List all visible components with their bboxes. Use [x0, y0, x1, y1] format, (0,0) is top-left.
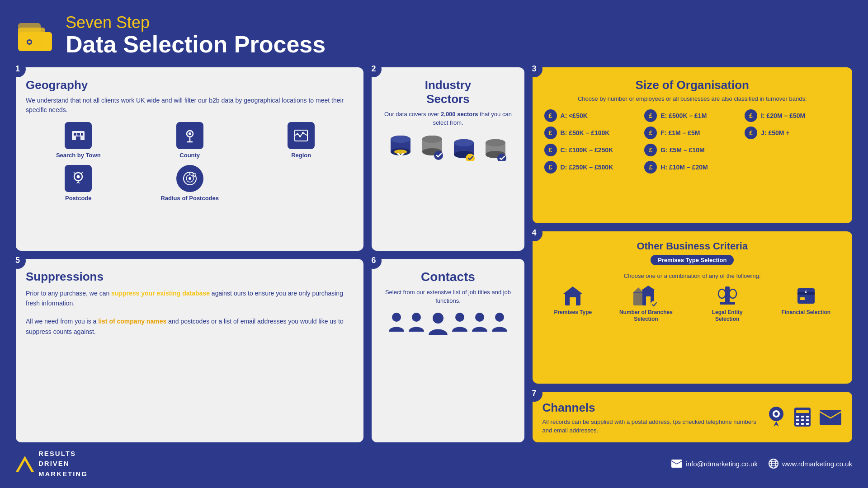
pound-j: £ — [745, 127, 757, 139]
industry-description: Our data covers over 2,000 sectors that … — [382, 110, 514, 127]
premises-badge: Premises Type Selection — [651, 255, 734, 265]
person-4 — [471, 312, 488, 333]
svg-point-14 — [297, 133, 298, 135]
svg-rect-75 — [801, 416, 804, 418]
col3: 3 Size of Organisation Choose by number … — [533, 67, 852, 442]
band-f-label: F: £1M – £5M — [660, 129, 700, 136]
suppressions-title: Suppressions — [26, 270, 354, 284]
svg-rect-55 — [633, 292, 643, 305]
svg-rect-82 — [806, 423, 809, 425]
step-1-badge: 1 — [9, 61, 26, 77]
svg-rect-7 — [77, 133, 80, 136]
criteria-legal: Legal Entity Selection — [700, 285, 755, 323]
band-j: £ J: £50M + — [745, 127, 840, 139]
suppressions-para1: Prior to any purchase, we can suppress y… — [26, 288, 354, 309]
contacts-title: Contacts — [382, 270, 514, 284]
database-icons — [382, 134, 514, 161]
footer-logo: RESULTSDRIVENMARKETING — [16, 449, 88, 479]
svg-point-30 — [394, 150, 407, 154]
town-icon — [65, 122, 92, 149]
region-icon — [288, 122, 315, 149]
svg-point-15 — [299, 136, 301, 137]
svg-point-44 — [486, 139, 505, 146]
channels-text: Channels All records can be supplied wit… — [542, 399, 757, 435]
geography-title: Geography — [26, 78, 354, 92]
criteria-icons: Premises Type Number of — [542, 285, 842, 323]
step-4-badge: 4 — [526, 225, 542, 241]
svg-point-4 — [28, 41, 31, 43]
svg-rect-59 — [646, 296, 651, 305]
county-label: County — [179, 152, 200, 159]
col2: 2 IndustrySectors Our data covers over 2… — [372, 67, 524, 442]
band-g-label: G: £5M – £10M — [660, 146, 704, 154]
step-5-badge: 5 — [9, 253, 26, 269]
band-c-label: C: £100K – £250K — [561, 146, 613, 154]
header-subtitle: Seven Step — [66, 14, 326, 32]
header-text: Seven Step Data Selection Process — [66, 14, 326, 57]
company-names-highlight: list of company names — [98, 318, 166, 325]
pound-d: £ — [544, 161, 557, 174]
band-b-label: B: £50K – £100K — [561, 129, 610, 136]
svg-marker-53 — [563, 286, 582, 294]
criteria-premises: Premises Type — [554, 285, 592, 316]
premises-type-icon — [561, 285, 584, 307]
size-col1: £ A: <£50K £ B: £50K – £100K £ C: £100K … — [544, 109, 640, 174]
channels-title: Channels — [542, 401, 757, 415]
svg-rect-73 — [796, 410, 809, 413]
svg-point-12 — [189, 132, 191, 135]
svg-rect-76 — [806, 416, 809, 418]
suppressions-card: 5 Suppressions Prior to any purchase, we… — [16, 259, 363, 442]
db-icon-4 — [482, 134, 509, 161]
svg-rect-6 — [74, 133, 76, 136]
channels-description: All records can be supplied with a posta… — [542, 418, 757, 435]
svg-rect-81 — [801, 423, 804, 425]
footer-email-text: info@rdmarketing.co.uk — [686, 460, 758, 468]
region-label: Region — [291, 152, 311, 159]
svg-point-29 — [391, 136, 410, 143]
person-3 — [451, 312, 468, 333]
contacts-description: Select from our extensive list of job ti… — [382, 288, 514, 305]
svg-rect-62 — [720, 302, 735, 305]
svg-rect-77 — [796, 419, 799, 421]
suppress-highlight: suppress your existing database — [111, 290, 210, 297]
sector-count: 2,000 sectors — [441, 111, 478, 117]
location-pin-icon — [766, 406, 786, 428]
svg-rect-2 — [18, 23, 41, 42]
svg-point-35 — [434, 151, 443, 160]
db-icon-2 — [419, 134, 446, 161]
header: Seven Step Data Selection Process — [16, 14, 852, 57]
other-biz-title: Other Business Criteria — [542, 240, 842, 252]
suppressions-para2: All we need from you is a list of compan… — [26, 316, 354, 337]
geo-postcode: Postcode — [26, 165, 131, 202]
footer-website-text: www.rdmarketing.co.uk — [782, 460, 852, 468]
industry-title: IndustrySectors — [382, 78, 514, 106]
band-d: £ D: £250K – £500K — [544, 161, 640, 174]
size-col3: £ I: £20M – £50M £ J: £50M + — [745, 109, 840, 174]
other-biz-card: 4 Other Business Criteria Premises Type … — [533, 231, 852, 384]
band-i-label: I: £20M – £50M — [761, 112, 805, 119]
band-b: £ B: £50K – £100K — [544, 127, 640, 139]
step-7-badge: 7 — [526, 385, 542, 402]
svg-rect-79 — [806, 419, 809, 421]
svg-point-39 — [454, 139, 474, 146]
pound-i: £ — [745, 109, 757, 122]
size-col2: £ E: £500K – £1M £ F: £1M – £5M £ G: £5M… — [644, 109, 740, 174]
county-icon — [176, 122, 203, 149]
postcode-label: Postcode — [65, 195, 92, 202]
footer-contact: info@rdmarketing.co.uk www.rdmarketing.c… — [671, 459, 852, 469]
band-g: £ G: £5M – £10M — [644, 144, 740, 156]
legal-entity-icon — [716, 285, 739, 307]
geography-card: 1 Geography We understand that not all c… — [16, 67, 363, 251]
band-a-label: A: <£50K — [561, 112, 588, 119]
svg-rect-86 — [671, 460, 682, 468]
band-e-label: E: £500K – £1M — [660, 112, 707, 119]
svg-point-71 — [774, 412, 778, 416]
svg-point-49 — [455, 313, 464, 322]
header-title: Data Selection Process — [66, 32, 326, 57]
svg-rect-54 — [570, 297, 576, 305]
band-h-label: H: £10M – £20M — [660, 164, 708, 171]
financial-label: Financial Selection — [781, 309, 830, 316]
geo-county: County — [137, 122, 242, 159]
svg-point-21 — [189, 177, 191, 180]
industry-card: 2 IndustrySectors Our data covers over 2… — [372, 67, 524, 251]
